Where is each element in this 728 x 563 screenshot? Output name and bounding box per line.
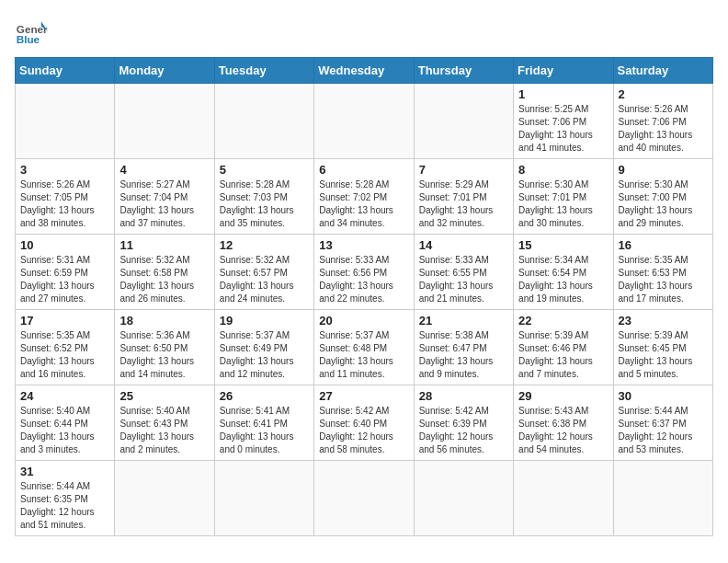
day-info: Sunrise: 5:32 AM Sunset: 6:57 PM Dayligh… xyxy=(220,254,309,305)
header-day-thursday: Thursday xyxy=(414,58,513,84)
day-number: 29 xyxy=(518,389,608,403)
day-info: Sunrise: 5:39 AM Sunset: 6:45 PM Dayligh… xyxy=(619,329,708,381)
day-info: Sunrise: 5:32 AM Sunset: 6:58 PM Dayligh… xyxy=(119,254,209,305)
day-info: Sunrise: 5:26 AM Sunset: 7:05 PM Dayligh… xyxy=(20,178,109,230)
day-number: 8 xyxy=(518,163,608,177)
calendar-cell: 14Sunrise: 5:33 AM Sunset: 6:55 PM Dayli… xyxy=(414,235,513,310)
week-row-1: 3Sunrise: 5:26 AM Sunset: 7:05 PM Daylig… xyxy=(16,159,713,235)
header-day-tuesday: Tuesday xyxy=(214,58,313,84)
calendar-cell: 6Sunrise: 5:28 AM Sunset: 7:02 PM Daylig… xyxy=(314,159,414,235)
calendar-cell: 7Sunrise: 5:29 AM Sunset: 7:01 PM Daylig… xyxy=(414,159,513,235)
day-info: Sunrise: 5:37 AM Sunset: 6:48 PM Dayligh… xyxy=(319,329,408,381)
day-number: 7 xyxy=(419,163,508,177)
day-info: Sunrise: 5:40 AM Sunset: 6:43 PM Dayligh… xyxy=(119,405,209,456)
day-info: Sunrise: 5:40 AM Sunset: 6:44 PM Dayligh… xyxy=(20,405,109,456)
day-info: Sunrise: 5:37 AM Sunset: 6:49 PM Dayligh… xyxy=(220,329,309,381)
calendar-cell: 27Sunrise: 5:42 AM Sunset: 6:40 PM Dayli… xyxy=(314,385,414,461)
calendar-cell xyxy=(214,84,313,159)
day-info: Sunrise: 5:28 AM Sunset: 7:03 PM Dayligh… xyxy=(220,178,309,230)
calendar-cell xyxy=(613,461,712,536)
header-day-friday: Friday xyxy=(514,58,613,84)
calendar-cell: 15Sunrise: 5:34 AM Sunset: 6:54 PM Dayli… xyxy=(514,235,613,310)
day-info: Sunrise: 5:41 AM Sunset: 6:41 PM Dayligh… xyxy=(220,405,309,456)
logo: General Blue xyxy=(15,15,48,48)
day-number: 1 xyxy=(518,87,608,101)
week-row-0: 1Sunrise: 5:25 AM Sunset: 7:06 PM Daylig… xyxy=(16,84,713,159)
day-number: 25 xyxy=(119,389,209,403)
calendar-cell: 30Sunrise: 5:44 AM Sunset: 6:37 PM Dayli… xyxy=(613,385,712,461)
day-info: Sunrise: 5:28 AM Sunset: 7:02 PM Dayligh… xyxy=(319,178,408,230)
day-number: 21 xyxy=(419,314,508,327)
calendar-cell: 29Sunrise: 5:43 AM Sunset: 6:38 PM Dayli… xyxy=(514,385,613,461)
day-info: Sunrise: 5:44 AM Sunset: 6:35 PM Dayligh… xyxy=(20,480,109,532)
calendar-header: SundayMondayTuesdayWednesdayThursdayFrid… xyxy=(16,58,713,84)
day-number: 3 xyxy=(20,163,109,177)
day-info: Sunrise: 5:38 AM Sunset: 6:47 PM Dayligh… xyxy=(419,329,508,381)
calendar-cell xyxy=(314,461,414,536)
day-info: Sunrise: 5:31 AM Sunset: 6:59 PM Dayligh… xyxy=(20,254,109,305)
calendar-cell: 21Sunrise: 5:38 AM Sunset: 6:47 PM Dayli… xyxy=(414,310,513,385)
day-number: 4 xyxy=(119,163,209,177)
header-day-saturday: Saturday xyxy=(613,58,712,84)
day-number: 24 xyxy=(20,389,109,403)
calendar-cell: 13Sunrise: 5:33 AM Sunset: 6:56 PM Dayli… xyxy=(314,235,414,310)
calendar-cell: 23Sunrise: 5:39 AM Sunset: 6:45 PM Dayli… xyxy=(613,310,712,385)
header-row: SundayMondayTuesdayWednesdayThursdayFrid… xyxy=(16,58,713,84)
week-row-3: 17Sunrise: 5:35 AM Sunset: 6:52 PM Dayli… xyxy=(16,310,713,385)
page-header: General Blue xyxy=(15,15,713,48)
calendar-cell xyxy=(314,84,414,159)
calendar-cell: 22Sunrise: 5:39 AM Sunset: 6:46 PM Dayli… xyxy=(514,310,613,385)
calendar-cell: 28Sunrise: 5:42 AM Sunset: 6:39 PM Dayli… xyxy=(414,385,513,461)
day-number: 30 xyxy=(619,389,708,403)
calendar-cell xyxy=(414,461,513,536)
day-number: 12 xyxy=(220,238,309,252)
day-number: 19 xyxy=(220,314,309,327)
calendar-body: 1Sunrise: 5:25 AM Sunset: 7:06 PM Daylig… xyxy=(16,84,713,536)
day-number: 20 xyxy=(319,314,408,327)
calendar-table: SundayMondayTuesdayWednesdayThursdayFrid… xyxy=(15,57,713,536)
calendar-cell: 4Sunrise: 5:27 AM Sunset: 7:04 PM Daylig… xyxy=(115,159,214,235)
calendar-cell: 9Sunrise: 5:30 AM Sunset: 7:00 PM Daylig… xyxy=(613,159,712,235)
day-number: 2 xyxy=(619,87,708,101)
day-number: 10 xyxy=(20,238,109,252)
calendar-cell: 3Sunrise: 5:26 AM Sunset: 7:05 PM Daylig… xyxy=(16,159,115,235)
day-info: Sunrise: 5:26 AM Sunset: 7:06 PM Dayligh… xyxy=(619,103,708,155)
day-number: 15 xyxy=(518,238,608,252)
calendar-cell: 31Sunrise: 5:44 AM Sunset: 6:35 PM Dayli… xyxy=(16,461,115,536)
week-row-4: 24Sunrise: 5:40 AM Sunset: 6:44 PM Dayli… xyxy=(16,385,713,461)
calendar-cell xyxy=(115,84,214,159)
day-info: Sunrise: 5:25 AM Sunset: 7:06 PM Dayligh… xyxy=(518,103,608,155)
day-info: Sunrise: 5:34 AM Sunset: 6:54 PM Dayligh… xyxy=(518,254,608,305)
day-number: 14 xyxy=(419,238,508,252)
calendar-cell xyxy=(115,461,214,536)
calendar-cell: 10Sunrise: 5:31 AM Sunset: 6:59 PM Dayli… xyxy=(16,235,115,310)
calendar-cell: 12Sunrise: 5:32 AM Sunset: 6:57 PM Dayli… xyxy=(214,235,313,310)
day-number: 17 xyxy=(20,314,109,327)
calendar-cell: 24Sunrise: 5:40 AM Sunset: 6:44 PM Dayli… xyxy=(16,385,115,461)
day-info: Sunrise: 5:44 AM Sunset: 6:37 PM Dayligh… xyxy=(619,405,708,456)
day-number: 13 xyxy=(319,238,408,252)
day-number: 5 xyxy=(220,163,309,177)
calendar-cell: 26Sunrise: 5:41 AM Sunset: 6:41 PM Dayli… xyxy=(214,385,313,461)
logo-icon: General Blue xyxy=(15,15,48,48)
calendar-cell: 18Sunrise: 5:36 AM Sunset: 6:50 PM Dayli… xyxy=(115,310,214,385)
header-day-monday: Monday xyxy=(115,58,214,84)
week-row-5: 31Sunrise: 5:44 AM Sunset: 6:35 PM Dayli… xyxy=(16,461,713,536)
calendar-cell: 8Sunrise: 5:30 AM Sunset: 7:01 PM Daylig… xyxy=(514,159,613,235)
header-day-wednesday: Wednesday xyxy=(314,58,414,84)
calendar-cell xyxy=(214,461,313,536)
day-info: Sunrise: 5:42 AM Sunset: 6:39 PM Dayligh… xyxy=(419,405,508,456)
day-info: Sunrise: 5:36 AM Sunset: 6:50 PM Dayligh… xyxy=(119,329,209,381)
day-info: Sunrise: 5:35 AM Sunset: 6:53 PM Dayligh… xyxy=(619,254,708,305)
calendar-cell: 5Sunrise: 5:28 AM Sunset: 7:03 PM Daylig… xyxy=(214,159,313,235)
day-info: Sunrise: 5:42 AM Sunset: 6:40 PM Dayligh… xyxy=(319,405,408,456)
day-number: 16 xyxy=(619,238,708,252)
calendar-cell: 2Sunrise: 5:26 AM Sunset: 7:06 PM Daylig… xyxy=(613,84,712,159)
calendar-cell: 17Sunrise: 5:35 AM Sunset: 6:52 PM Dayli… xyxy=(16,310,115,385)
day-info: Sunrise: 5:35 AM Sunset: 6:52 PM Dayligh… xyxy=(20,329,109,381)
day-number: 18 xyxy=(119,314,209,327)
calendar-cell xyxy=(514,461,613,536)
calendar-cell: 19Sunrise: 5:37 AM Sunset: 6:49 PM Dayli… xyxy=(214,310,313,385)
day-info: Sunrise: 5:43 AM Sunset: 6:38 PM Dayligh… xyxy=(518,405,608,456)
day-number: 9 xyxy=(619,163,708,177)
